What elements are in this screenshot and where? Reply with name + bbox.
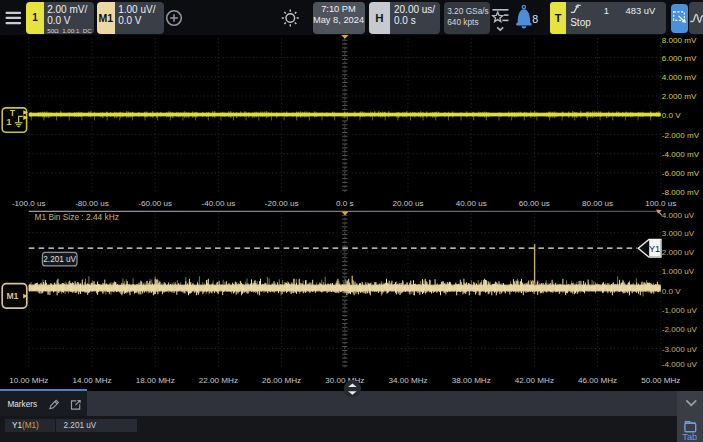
svg-text:14.00 MHz: 14.00 MHz [72,376,111,385]
svg-text:26.00 MHz: 26.00 MHz [262,376,301,385]
svg-text:50.00 MHz: 50.00 MHz [641,376,680,385]
svg-text:-6.000 mV: -6.000 mV [662,169,700,178]
svg-text:42.00 MHz: 42.00 MHz [515,376,554,385]
svg-text:Y1: Y1 [649,244,660,254]
svg-text:6.000 mV: 6.000 mV [662,54,697,63]
svg-text:1.000 uV: 1.000 uV [662,267,695,276]
svg-text:-20.00 us: -20.00 us [265,199,299,208]
svg-text:-2.000 uV: -2.000 uV [662,325,698,334]
svg-text:-100.0 us: -100.0 us [12,199,46,208]
svg-text:100.0 us: 100.0 us [645,199,676,208]
svg-text:10.00 MHz: 10.00 MHz [9,376,48,385]
svg-text:-3.000 uV: -3.000 uV [662,345,698,354]
svg-text:0.0 s: 0.0 s [336,199,354,208]
svg-text:2.000 mV: 2.000 mV [662,92,697,101]
svg-text:1: 1 [6,116,12,127]
svg-text:-8.000 mV: -8.000 mV [662,188,700,197]
svg-text:2.201 uV: 2.201 uV [43,255,76,264]
svg-text:-4.000 uV: -4.000 uV [662,360,698,369]
svg-text:-40.00 us: -40.00 us [202,199,236,208]
svg-text:-80.00 us: -80.00 us [75,199,109,208]
svg-text:4.000 uV: 4.000 uV [662,211,695,220]
svg-text:-1.000 uV: -1.000 uV [662,306,698,315]
svg-text:80.00 us: 80.00 us [582,199,613,208]
svg-text:-2.000 mV: -2.000 mV [662,131,700,140]
svg-text:4.000 mV: 4.000 mV [662,73,697,82]
svg-text:34.00 MHz: 34.00 MHz [388,376,427,385]
svg-text:8.000 mV: 8.000 mV [662,36,697,45]
svg-text:3.000 uV: 3.000 uV [662,229,695,238]
svg-text:0.0 V: 0.0 V [662,111,682,120]
svg-text:0.0 V: 0.0 V [662,287,682,296]
svg-text:46.00 MHz: 46.00 MHz [578,376,617,385]
svg-text:20.00 us: 20.00 us [392,199,423,208]
svg-text:18.00 MHz: 18.00 MHz [136,376,175,385]
svg-text:M1: M1 [6,291,18,301]
svg-text:22.00 MHz: 22.00 MHz [199,376,238,385]
svg-text:40.00 us: 40.00 us [456,199,487,208]
svg-text:60.00 us: 60.00 us [519,199,550,208]
svg-text:-60.00 us: -60.00 us [138,199,172,208]
svg-text:-4.000 mV: -4.000 mV [662,150,700,159]
svg-text:M1 Bin Size : 2.44 kHz: M1 Bin Size : 2.44 kHz [35,212,119,222]
svg-text:38.00 MHz: 38.00 MHz [452,376,491,385]
svg-text:2.000 uV: 2.000 uV [662,248,695,257]
svg-text:8: 8 [532,13,538,25]
